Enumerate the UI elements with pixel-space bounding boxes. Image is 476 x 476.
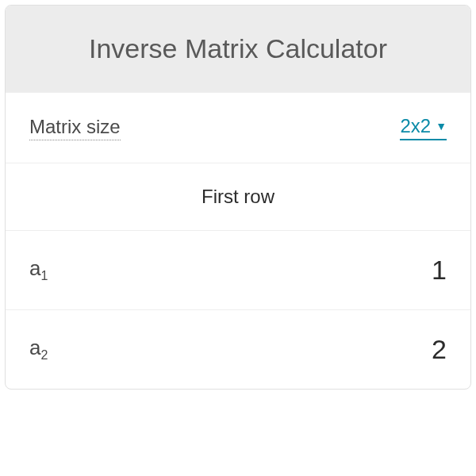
matrix-size-label: Matrix size [29, 116, 121, 140]
calculator-card: Inverse Matrix Calculator Matrix size 2x… [5, 5, 471, 390]
matrix-size-row: Matrix size 2x2 ▼ [6, 92, 470, 163]
value-row-a2[interactable]: a2 2 [6, 309, 470, 389]
matrix-size-select[interactable]: 2x2 ▼ [400, 115, 447, 140]
a2-value: 2 [432, 334, 447, 365]
a1-label: a1 [29, 256, 48, 283]
a2-label: a2 [29, 336, 48, 363]
a1-value: 1 [432, 255, 447, 286]
matrix-size-value: 2x2 [400, 115, 431, 137]
first-row-header: First row [6, 163, 470, 230]
page-title: Inverse Matrix Calculator [21, 33, 455, 64]
value-row-a1[interactable]: a1 1 [6, 230, 470, 309]
calculator-header: Inverse Matrix Calculator [6, 6, 470, 92]
chevron-down-icon: ▼ [436, 120, 447, 132]
